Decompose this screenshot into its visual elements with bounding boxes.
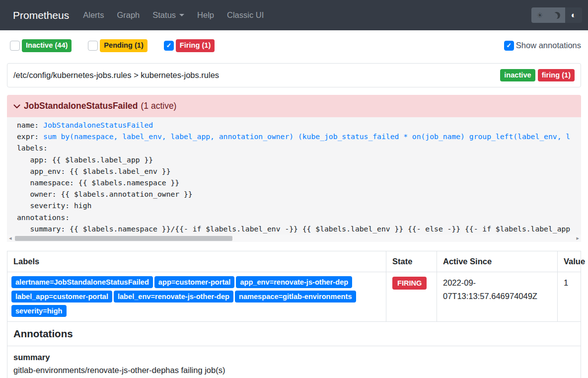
code-line: app: {{ $labels.label_app }} [17, 154, 581, 165]
annotation-summary-cell: summary gitlab-environments/renovate-js-… [7, 346, 581, 378]
annotations-title: Annotations [7, 322, 581, 346]
alert-labels-cell: alertname=JobStandaloneStatusFailedapp=c… [7, 272, 386, 322]
label-badge: label_env=renovate-js-other-dep [114, 291, 233, 302]
alert-rule-block: JobStandaloneStatusFailed (1 active) nam… [7, 95, 581, 242]
annotation-key: summary [13, 351, 575, 364]
code-line: app_env: {{ $labels.label_env }} [17, 165, 581, 177]
theme-toggle-group: ☀ ◐ [531, 7, 582, 23]
code-line: severity: high [17, 200, 581, 211]
label-badge: namespace=gitlab-environments [235, 291, 356, 302]
label-badge: app_env=renovate-js-other-dep [236, 276, 352, 288]
code-line: annotations: [17, 212, 581, 223]
alert-filters-row: Inactive (44) Pending (1) ✓ Firing (1) ✓… [10, 39, 581, 52]
alert-row: alertname=JobStandaloneStatusFailedapp=c… [7, 272, 581, 322]
theme-light-button[interactable]: ☀ [531, 7, 548, 23]
filter-pending[interactable]: Pending (1) [88, 39, 147, 52]
group-firing-badge: firing (1) [538, 69, 575, 82]
nav-classic-ui[interactable]: Classic UI [220, 6, 270, 24]
navbar: Prometheus Alerts Graph Status Help Clas… [0, 0, 588, 30]
alert-value-cell: 1 [558, 272, 581, 322]
caret-down-icon [179, 14, 184, 16]
rule-name-link[interactable]: JobStandaloneStatusFailed [43, 121, 153, 129]
show-annotations-checkbox[interactable]: ✓ [504, 41, 514, 51]
col-header-active-since: Active Since [437, 251, 558, 272]
code-line: expr: sum by(namespace, label_env, label… [17, 131, 581, 142]
rule-expr-link[interactable]: sum by(namespace, label_env, label_app, … [43, 132, 570, 141]
show-annotations-label: Show annotations [516, 41, 581, 50]
alert-active-count: (1 active) [141, 101, 176, 111]
inactive-count-badge[interactable]: Inactive (44) [22, 39, 72, 52]
filter-inactive[interactable]: Inactive (44) [10, 39, 72, 52]
pending-count-badge[interactable]: Pending (1) [100, 39, 147, 52]
label-badge: app=customer-portal [154, 276, 235, 288]
firing-count-badge[interactable]: Firing (1) [176, 39, 215, 52]
scroll-left-icon[interactable]: ◂ [9, 235, 12, 241]
brand-prometheus[interactable]: Prometheus [13, 9, 69, 21]
alert-state-cell: FIRING [386, 272, 437, 322]
nav-alerts[interactable]: Alerts [76, 6, 110, 24]
moon-icon [552, 11, 561, 20]
group-inactive-badge: inactive [500, 69, 535, 82]
scroll-right-icon[interactable]: ▸ [576, 235, 579, 241]
rule-group-badges: inactive firing (1) [500, 69, 575, 82]
col-header-labels: Labels [7, 251, 386, 272]
nav-status-label: Status [152, 10, 176, 20]
annotations-header-row: Annotations [7, 322, 581, 346]
col-header-value: Value [558, 251, 581, 272]
pending-checkbox[interactable] [88, 41, 98, 51]
inactive-checkbox[interactable] [10, 41, 20, 51]
show-annotations-toggle[interactable]: ✓ Show annotations [504, 41, 581, 51]
chevron-down-icon [13, 102, 21, 110]
rule-group-title: /etc/config/kubernetes-jobs.rules > kube… [13, 71, 219, 80]
label-badge: alertname=JobStandaloneStatusFailed [11, 276, 153, 288]
theme-dark-button[interactable] [548, 7, 565, 23]
label-badge: severity=high [11, 305, 67, 317]
alert-active-since-cell: 2022-09-07T13:13:57.646974049Z [437, 272, 558, 322]
rule-group-card: /etc/config/kubernetes-jobs.rules > kube… [7, 63, 581, 88]
sun-icon: ☀ [536, 11, 543, 20]
code-line: labels: [17, 142, 581, 153]
active-alerts-table: Labels State Active Since Value alertnam… [7, 251, 581, 378]
nav-help[interactable]: Help [191, 6, 220, 24]
code-horizontal-scrollbar[interactable]: ◂ ▸ [7, 234, 581, 242]
code-line: namespace: {{ $labels.namespace }} [17, 177, 581, 188]
circle-half-icon: ◐ [571, 10, 576, 20]
col-header-state: State [386, 251, 437, 272]
label-badge: label_app=customer-portal [11, 291, 112, 302]
code-line: name: JobStandaloneStatusFailed [17, 119, 581, 131]
nav-graph[interactable]: Graph [110, 6, 146, 24]
alert-rule-header[interactable]: JobStandaloneStatusFailed (1 active) [7, 95, 581, 117]
filter-firing[interactable]: ✓ Firing (1) [164, 39, 215, 52]
annotation-row: summary gitlab-environments/renovate-js-… [7, 346, 581, 378]
firing-state-badge: FIRING [392, 277, 427, 290]
alert-rule-name: JobStandaloneStatusFailed [24, 101, 138, 111]
nav-status-dropdown[interactable]: Status [146, 6, 191, 24]
theme-auto-button[interactable]: ◐ [565, 7, 582, 23]
firing-checkbox[interactable]: ✓ [164, 41, 174, 51]
scrollbar-thumb[interactable] [15, 236, 232, 241]
rule-definition-code: name: JobStandaloneStatusFailed expr: su… [7, 117, 581, 234]
table-header-row: Labels State Active Since Value [7, 251, 581, 272]
annotation-value: gitlab-environments/renovate-js-other-de… [13, 364, 575, 377]
code-line: summary: {{ $labels.namespace }}/{{- if … [17, 223, 581, 234]
code-line: owner: {{ $labels.annotation_owner }} [17, 188, 581, 200]
